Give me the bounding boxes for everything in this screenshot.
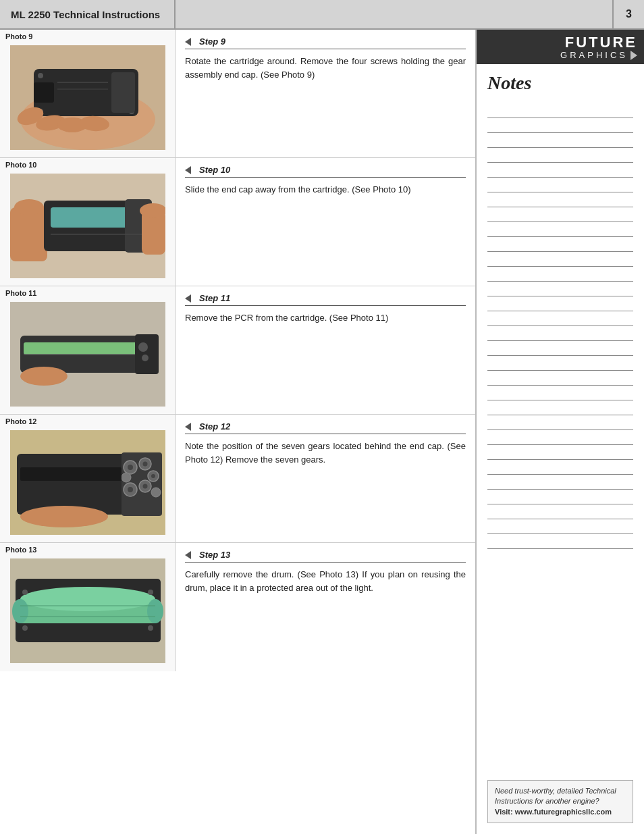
svg-rect-16 [10,207,47,261]
notes-line [487,475,633,490]
notes-line [487,207,633,222]
logo-arrow-icon [630,51,637,60]
notes-line [487,296,633,311]
svg-rect-27 [135,334,159,374]
notes-line [487,460,633,475]
step-13-content: Step 13 Carefully remove the drum. (See … [176,543,475,671]
step-13-arrow [185,551,191,559]
step-11-content: Step 11 Remove the PCR from the cartridg… [176,286,475,414]
svg-point-30 [20,367,68,386]
notes-line [487,282,633,296]
notes-line [487,133,633,148]
step-12-content: Step 12 Note the position of the seven g… [176,415,475,542]
notes-line [487,504,633,519]
step-9-title: Step 9 [185,36,466,49]
notes-line [487,163,633,178]
photo-10-image [0,170,175,282]
page-header: ML 2250 Technical Instructions 3 [0,0,644,30]
svg-point-60 [148,590,153,595]
svg-point-38 [142,462,147,467]
step-9-text: Rotate the cartridge around. Remove the … [185,55,466,81]
step-12-section: Photo 12 [0,415,475,543]
logo-graphics: GRAPHICS [483,50,637,60]
step-10-arrow [185,166,191,174]
notes-line [487,415,633,430]
photo-13-box: Photo 13 [0,543,176,671]
logo-area: FUTURE GRAPHICS [477,30,644,64]
notes-line [487,103,633,118]
svg-point-44 [128,487,133,492]
svg-rect-3 [34,82,54,103]
photo-11-svg [10,302,165,407]
notes-line [487,192,633,207]
photo-12-box: Photo 12 [0,415,176,542]
page-number: 3 [612,0,644,28]
notes-line [487,356,633,371]
page-body: Photo 9 [0,30,644,834]
notes-lines [487,103,633,549]
step-13-section: Photo 13 [0,543,475,671]
svg-rect-33 [17,454,138,515]
notes-line [487,400,633,415]
step-13-title: Step 13 [185,550,466,563]
notes-line [487,371,633,386]
photo-12-svg [10,430,165,535]
svg-point-47 [20,506,108,527]
notes-line [487,267,633,282]
notes-line [487,445,633,460]
svg-point-42 [142,484,147,489]
svg-rect-48 [20,467,122,481]
step-11-section: Photo 11 [0,286,475,415]
photo-10-svg [10,174,165,278]
photo-13-svg [10,558,165,663]
step-10-title: Step 10 [185,165,466,178]
notes-line [487,430,633,445]
svg-point-36 [128,465,133,470]
notes-line [487,237,633,252]
sidebar: FUTURE GRAPHICS Notes Need trust-worthy,… [477,30,644,834]
notes-line [487,490,633,504]
photo-12-label: Photo 12 [0,415,175,427]
notes-line [487,222,633,237]
step-12-title: Step 12 [185,421,466,434]
notes-line [487,386,633,400]
photo-9-label: Photo 9 [0,30,175,42]
notes-section: Notes [477,64,644,554]
main-content: Photo 9 [0,30,477,834]
photo-9-image [0,42,175,153]
svg-point-17 [14,199,44,215]
svg-point-61 [22,625,28,631]
step-9-content: Step 9 Rotate the cartridge around. Remo… [176,30,475,157]
sidebar-footer: Need trust-worthy, detailed Technical In… [487,780,633,823]
step-10-section: Photo 10 [0,158,475,286]
photo-13-label: Photo 13 [0,543,175,555]
svg-point-29 [142,355,149,361]
svg-rect-8 [111,72,135,113]
photo-13-image [0,555,175,667]
notes-line [487,178,633,192]
photo-11-image [0,298,175,410]
photo-10-box: Photo 10 [0,158,176,286]
svg-point-55 [12,599,28,623]
photo-9-svg [10,45,165,150]
step-9-section: Photo 9 [0,30,475,158]
svg-rect-26 [24,342,152,355]
photo-11-box: Photo 11 [0,286,176,414]
svg-point-45 [122,473,131,482]
notes-line [487,534,633,549]
step-11-arrow [185,294,191,303]
step-13-text: Carefully remove the drum. (See Photo 13… [185,568,466,594]
photo-12-image [0,427,175,538]
footer-visit: Visit: www.futuregraphicsllc.com [495,808,612,816]
header-title: ML 2250 Technical Instructions [0,0,176,28]
logo-future: FUTURE [483,35,637,50]
svg-point-4 [38,73,43,78]
svg-point-54 [20,587,155,611]
footer-text: Need trust-worthy, detailed Technical In… [495,787,616,805]
notes-title: Notes [487,72,633,94]
step-12-text: Note the position of the seven gears loc… [185,440,466,466]
notes-line [487,118,633,133]
step-12-arrow [185,423,191,431]
notes-line [487,148,633,163]
step-10-content: Step 10 Slide the end cap away from the … [176,158,475,286]
